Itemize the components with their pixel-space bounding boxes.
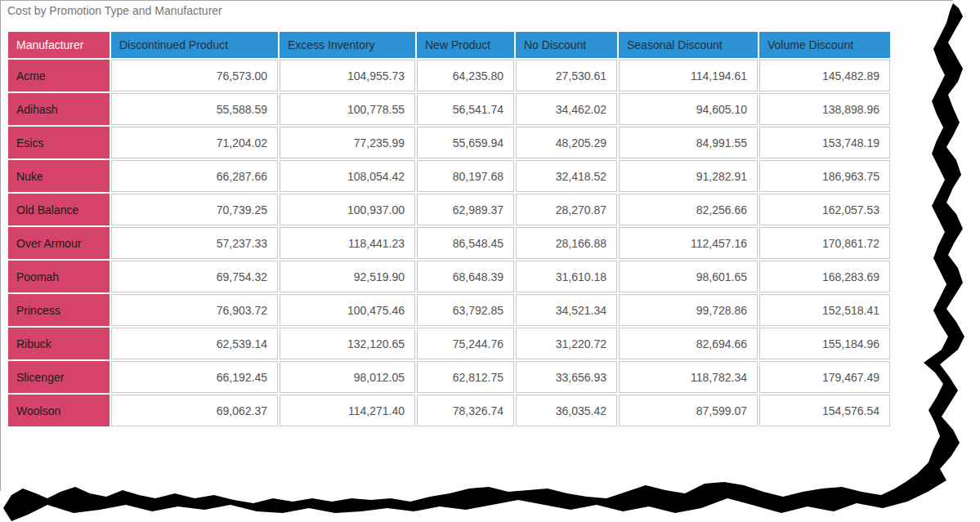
value-cell[interactable]: 104,955.73 — [280, 60, 415, 91]
table-row: Woolson69,062.37114,271.4078,326.7436,03… — [8, 395, 890, 426]
value-cell[interactable]: 34,521.34 — [516, 294, 617, 326]
value-cell[interactable]: 63,792.85 — [417, 294, 514, 326]
column-header-4[interactable]: No Discount — [516, 32, 617, 58]
value-cell[interactable]: 33,656.93 — [516, 361, 617, 393]
value-cell[interactable]: 57,237.33 — [111, 227, 278, 259]
data-table: Manufacturer Discontinued ProductExcess … — [7, 30, 892, 428]
value-cell[interactable]: 76,903.72 — [111, 294, 278, 326]
value-cell[interactable]: 80,197.68 — [417, 160, 514, 192]
value-cell[interactable]: 94,605.10 — [619, 93, 758, 125]
column-header-2[interactable]: Excess Inventory — [280, 32, 415, 58]
value-cell[interactable]: 32,418.52 — [516, 160, 617, 192]
table-body: Acme76,573.00104,955.7364,235.8027,530.6… — [8, 60, 890, 426]
row-header-cell[interactable]: Old Balance — [8, 194, 110, 225]
value-cell[interactable]: 112,457.16 — [619, 227, 758, 259]
row-header-cell[interactable]: Poomah — [8, 261, 110, 292]
table-row: Old Balance70,739.25100,937.0062,989.372… — [8, 194, 890, 225]
value-cell[interactable]: 75,244.76 — [417, 328, 514, 359]
value-cell[interactable]: 55,659.94 — [417, 127, 514, 158]
value-cell[interactable]: 118,782.34 — [619, 361, 758, 393]
value-cell[interactable]: 28,270.87 — [516, 194, 617, 225]
value-cell[interactable]: 78,326.74 — [417, 395, 514, 426]
row-header-cell[interactable]: Adihash — [8, 93, 110, 125]
value-cell[interactable]: 82,256.66 — [619, 194, 758, 225]
value-cell[interactable]: 27,530.61 — [516, 60, 617, 91]
value-cell[interactable]: 31,610.18 — [516, 261, 617, 292]
value-cell[interactable]: 66,287.66 — [111, 160, 278, 192]
value-cell[interactable]: 155,184.96 — [759, 328, 890, 359]
value-cell[interactable]: 132,120.65 — [280, 328, 415, 359]
value-cell[interactable]: 98,601.65 — [619, 261, 758, 292]
table-row: Over Armour57,237.33118,441.2386,548.452… — [8, 227, 890, 259]
value-cell[interactable]: 71,204.02 — [111, 127, 278, 158]
value-cell[interactable]: 92,519.90 — [280, 261, 415, 292]
row-header-cell[interactable]: Ribuck — [8, 328, 110, 359]
value-cell[interactable]: 84,991.55 — [619, 127, 758, 158]
row-header-cell[interactable]: Nuke — [8, 160, 110, 192]
row-header-cell[interactable]: Over Armour — [8, 227, 110, 259]
value-cell[interactable]: 145,482.89 — [759, 60, 890, 91]
value-cell[interactable]: 66,192.45 — [111, 361, 278, 393]
value-cell[interactable]: 100,778.55 — [280, 93, 415, 125]
value-cell[interactable]: 77,235.99 — [280, 127, 415, 158]
column-header-manufacturer[interactable]: Manufacturer — [8, 32, 110, 58]
value-cell[interactable]: 28,166.88 — [516, 227, 617, 259]
value-cell[interactable]: 31,220.72 — [516, 328, 617, 359]
table-row: Ribuck62,539.14132,120.6575,244.7631,220… — [8, 328, 890, 359]
value-cell[interactable]: 170,861.72 — [759, 227, 890, 259]
row-header-cell[interactable]: Princess — [8, 294, 110, 326]
row-header-cell[interactable]: Slicenger — [8, 361, 110, 393]
value-cell[interactable]: 162,057.53 — [759, 194, 890, 225]
value-cell[interactable]: 100,475.46 — [280, 294, 415, 326]
value-cell[interactable]: 168,283.69 — [759, 261, 890, 292]
value-cell[interactable]: 68,648.39 — [417, 261, 514, 292]
value-cell[interactable]: 87,599.07 — [619, 395, 758, 426]
table-row: Nuke66,287.66108,054.4280,197.6832,418.5… — [8, 160, 890, 192]
visual-title: Cost by Promotion Type and Manufacturer — [7, 4, 222, 17]
row-header-cell[interactable]: Woolson — [8, 395, 110, 426]
value-cell[interactable]: 55,588.59 — [111, 93, 278, 125]
value-cell[interactable]: 154,576.54 — [759, 395, 890, 426]
value-cell[interactable]: 34,462.02 — [516, 93, 617, 125]
value-cell[interactable]: 186,963.75 — [759, 160, 890, 192]
value-cell[interactable]: 100,937.00 — [280, 194, 415, 225]
value-cell[interactable]: 56,541.74 — [417, 93, 514, 125]
table-header-row: Manufacturer Discontinued ProductExcess … — [8, 32, 890, 58]
table-row: Poomah69,754.3292,519.9068,648.3931,610.… — [8, 261, 890, 292]
value-cell[interactable]: 99,728.86 — [619, 294, 758, 326]
value-cell[interactable]: 64,235.80 — [417, 60, 514, 91]
column-header-3[interactable]: New Product — [417, 32, 514, 58]
value-cell[interactable]: 114,271.40 — [280, 395, 415, 426]
value-cell[interactable]: 138,898.96 — [759, 93, 890, 125]
value-cell[interactable]: 76,573.00 — [111, 60, 278, 91]
value-cell[interactable]: 48,205.29 — [516, 127, 617, 158]
table-row: Slicenger66,192.4598,012.0562,812.7533,6… — [8, 361, 890, 393]
table-row: Esics71,204.0277,235.9955,659.9448,205.2… — [8, 127, 890, 158]
value-cell[interactable]: 98,012.05 — [280, 361, 415, 393]
column-header-6[interactable]: Volume Discount — [759, 32, 890, 58]
value-cell[interactable]: 108,054.42 — [280, 160, 415, 192]
value-cell[interactable]: 69,062.37 — [111, 395, 278, 426]
value-cell[interactable]: 114,194.61 — [619, 60, 758, 91]
table-visual: Cost by Promotion Type and Manufacturer … — [0, 0, 980, 522]
value-cell[interactable]: 91,282.91 — [619, 160, 758, 192]
value-cell[interactable]: 62,539.14 — [111, 328, 278, 359]
table-row: Acme76,573.00104,955.7364,235.8027,530.6… — [8, 60, 890, 91]
row-header-cell[interactable]: Esics — [8, 127, 110, 158]
value-cell[interactable]: 179,467.49 — [759, 361, 890, 393]
column-header-1[interactable]: Discontinued Product — [111, 32, 278, 58]
visual-border-left — [0, 0, 1, 491]
value-cell[interactable]: 86,548.45 — [417, 227, 514, 259]
value-cell[interactable]: 36,035.42 — [516, 395, 617, 426]
value-cell[interactable]: 118,441.23 — [280, 227, 415, 259]
value-cell[interactable]: 62,989.37 — [417, 194, 514, 225]
value-cell[interactable]: 153,748.19 — [759, 127, 890, 158]
value-cell[interactable]: 62,812.75 — [417, 361, 514, 393]
value-cell[interactable]: 69,754.32 — [111, 261, 278, 292]
value-cell[interactable]: 152,518.41 — [759, 294, 890, 326]
column-header-5[interactable]: Seasonal Discount — [619, 32, 758, 58]
row-header-cell[interactable]: Acme — [8, 60, 110, 91]
visual-border-top — [0, 0, 953, 1]
value-cell[interactable]: 70,739.25 — [111, 194, 278, 225]
value-cell[interactable]: 82,694.66 — [619, 328, 758, 359]
